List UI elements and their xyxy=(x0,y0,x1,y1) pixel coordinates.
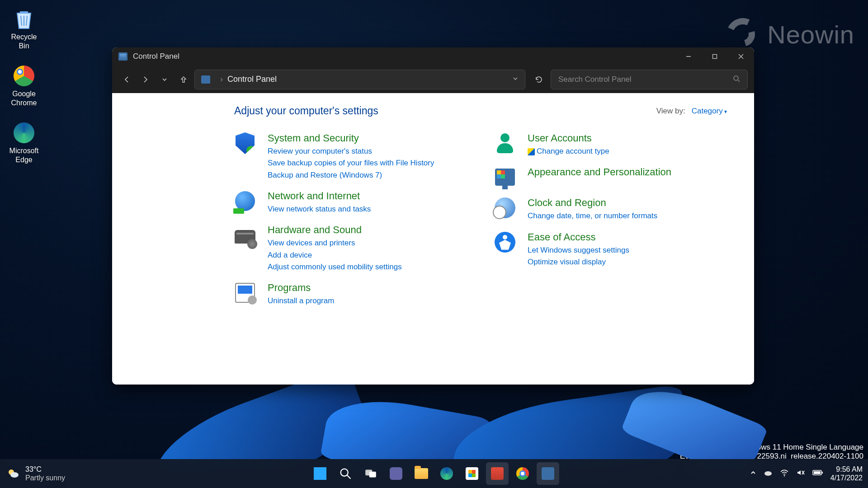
back-button[interactable] xyxy=(118,71,135,88)
desktop-icon-edge[interactable]: Microsoft Edge xyxy=(4,118,44,167)
volume-icon[interactable] xyxy=(796,468,805,479)
close-button[interactable] xyxy=(728,47,754,66)
up-button[interactable] xyxy=(175,71,192,88)
category-link[interactable]: Let Windows suggest settings xyxy=(528,244,629,256)
clock-time: 9:56 AM xyxy=(830,465,863,474)
desktop-icon-label: Recycle Bin xyxy=(6,33,42,51)
category-link[interactable]: Add a device xyxy=(268,249,402,261)
category-programs: Programs Uninstall a program xyxy=(234,282,467,307)
titlebar[interactable]: Control Panel xyxy=(112,47,754,66)
task-view-button[interactable] xyxy=(359,462,382,485)
category-link[interactable]: Optimize visual display xyxy=(528,256,629,268)
onedrive-icon[interactable] xyxy=(764,468,773,479)
category-hardware: Hardware and Sound View devices and prin… xyxy=(234,224,467,273)
category-title[interactable]: Hardware and Sound xyxy=(268,224,402,236)
view-by-dropdown[interactable]: Category xyxy=(692,107,727,116)
control-panel-icon xyxy=(201,75,210,84)
battery-icon[interactable] xyxy=(812,469,823,478)
search-button[interactable] xyxy=(334,462,357,485)
wifi-icon[interactable] xyxy=(780,468,789,479)
overflow-icon[interactable] xyxy=(750,469,756,478)
taskbar-weather[interactable]: 33°C Partly sunny xyxy=(0,465,136,482)
edge-button[interactable] xyxy=(435,462,458,485)
svg-rect-17 xyxy=(814,471,821,474)
svg-line-5 xyxy=(738,80,740,82)
category-link[interactable]: Change date, time, or number formats xyxy=(528,210,657,222)
build-info: Windows 11 Home Single Language Evaluati… xyxy=(680,443,863,461)
category-user-accounts: User Accounts Change account type xyxy=(494,132,727,157)
address-dropdown-icon[interactable] xyxy=(512,75,519,84)
category-ease-of-access: Ease of Access Let Windows suggest setti… xyxy=(494,231,727,268)
category-link[interactable]: Adjust commonly used mobility settings xyxy=(268,261,402,273)
category-title[interactable]: Ease of Access xyxy=(528,231,629,243)
printer-icon xyxy=(234,224,256,246)
neowin-logo-icon xyxy=(726,18,759,51)
svg-point-8 xyxy=(341,469,348,476)
desktop-icon-chrome[interactable]: Google Chrome xyxy=(4,61,44,110)
category-title[interactable]: System and Security xyxy=(268,132,434,144)
category-appearance: Appearance and Personalization xyxy=(494,166,727,188)
uac-shield-icon xyxy=(528,148,535,155)
build-line-1: Windows 11 Home Single Language xyxy=(680,443,863,452)
svg-point-7 xyxy=(10,472,19,478)
forward-button[interactable] xyxy=(137,71,154,88)
control-panel-window: Control Panel › xyxy=(112,47,754,385)
clock-date: 4/17/2022 xyxy=(830,474,863,482)
recent-dropdown-button[interactable] xyxy=(156,71,173,88)
maximize-button[interactable] xyxy=(702,47,728,66)
edge-icon xyxy=(12,121,36,145)
chat-button[interactable] xyxy=(385,462,407,485)
category-link[interactable]: View network status and tasks xyxy=(268,203,371,215)
content-area: Adjust your computer's settings View by:… xyxy=(112,93,754,385)
desktop-icon-recycle-bin[interactable]: Recycle Bin xyxy=(4,5,44,53)
category-link[interactable]: Change account type xyxy=(528,145,609,157)
window-controls xyxy=(675,47,754,66)
search-icon xyxy=(733,75,740,84)
snipping-tool-button[interactable] xyxy=(486,462,509,485)
control-panel-icon xyxy=(118,52,127,61)
category-title[interactable]: Clock and Region xyxy=(528,197,657,209)
control-panel-button[interactable] xyxy=(537,462,559,485)
globe-icon xyxy=(234,190,256,212)
user-icon xyxy=(494,132,516,154)
category-title[interactable]: Appearance and Personalization xyxy=(528,166,671,178)
chrome-button[interactable] xyxy=(511,462,534,485)
minimize-button[interactable] xyxy=(675,47,702,66)
desktop-icon-label: Microsoft Edge xyxy=(6,146,42,164)
breadcrumb-text[interactable]: Control Panel xyxy=(227,75,277,84)
category-title[interactable]: Network and Internet xyxy=(268,190,371,202)
category-link[interactable]: Review your computer's status xyxy=(268,145,434,157)
refresh-button[interactable] xyxy=(530,70,548,89)
accessibility-icon xyxy=(494,231,516,253)
category-link[interactable]: Uninstall a program xyxy=(268,295,334,307)
store-button[interactable] xyxy=(461,462,483,485)
category-title[interactable]: User Accounts xyxy=(528,132,609,144)
category-link[interactable]: Backup and Restore (Windows 7) xyxy=(268,169,434,181)
shield-icon xyxy=(234,132,256,154)
address-bar[interactable]: › Control Panel xyxy=(194,70,525,89)
clock-globe-icon xyxy=(494,197,516,219)
category-clock-region: Clock and Region Change date, time, or n… xyxy=(494,197,727,222)
taskbar-clock[interactable]: 9:56 AM 4/17/2022 xyxy=(830,465,863,482)
search-input[interactable] xyxy=(558,75,733,84)
watermark: Neowin xyxy=(726,18,854,51)
chrome-icon xyxy=(12,64,36,88)
category-system-security: System and Security Review your computer… xyxy=(234,132,467,181)
file-explorer-button[interactable] xyxy=(410,462,433,485)
weather-desc: Partly sunny xyxy=(25,474,65,482)
category-link[interactable]: Save backup copies of your files with Fi… xyxy=(268,157,434,169)
breadcrumb-separator: › xyxy=(220,75,223,84)
watermark-text: Neowin xyxy=(767,20,854,49)
svg-rect-11 xyxy=(369,472,376,478)
view-by-selector: View by: Category xyxy=(656,107,727,116)
category-title[interactable]: Programs xyxy=(268,282,334,294)
page-title: Adjust your computer's settings xyxy=(234,105,378,117)
taskbar: 33°C Partly sunny 9:56 AM xyxy=(0,459,868,488)
taskbar-right: 9:56 AM 4/17/2022 xyxy=(750,465,868,482)
svg-rect-1 xyxy=(713,55,717,59)
svg-point-12 xyxy=(764,471,772,476)
svg-point-4 xyxy=(734,76,738,80)
category-link[interactable]: View devices and printers xyxy=(268,237,402,249)
search-bar[interactable] xyxy=(551,70,748,89)
start-button[interactable] xyxy=(309,462,331,485)
